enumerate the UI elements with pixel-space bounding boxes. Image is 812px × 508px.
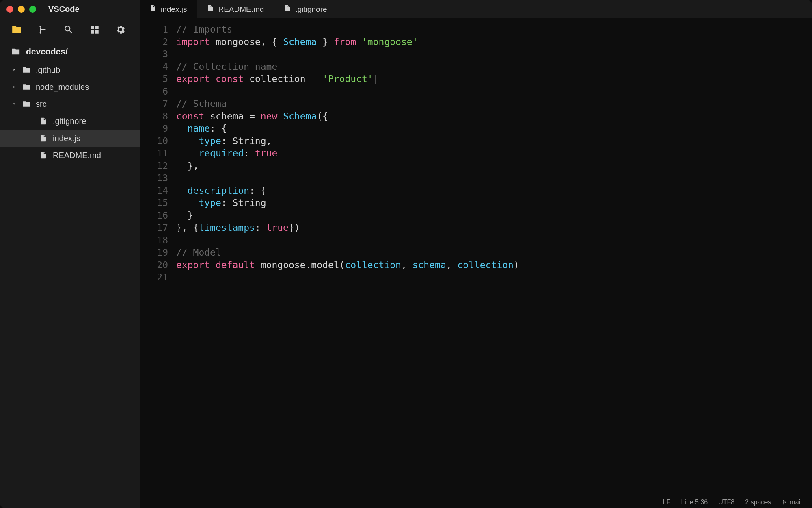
code-line[interactable]: const schema = new Schema({ [176, 110, 812, 123]
chevron-right-icon [11, 85, 17, 89]
line-number: 17 [140, 221, 168, 234]
status-encoding[interactable]: UTF8 [718, 499, 734, 506]
tree-file-README.md[interactable]: README.md [0, 147, 140, 164]
line-number: 10 [140, 135, 168, 148]
code-line[interactable] [176, 85, 812, 98]
code-line[interactable]: description: { [176, 185, 812, 197]
tab-README.md[interactable]: README.md [197, 0, 274, 18]
line-number: 2 [140, 36, 168, 48]
tree-folder-node_modules[interactable]: node_modules [0, 78, 140, 96]
status-cursor-position[interactable]: Line 5:36 [681, 499, 708, 506]
chevron-right-icon [11, 67, 17, 72]
code-line[interactable] [176, 172, 812, 185]
folder-icon [22, 100, 31, 108]
status-indent[interactable]: 2 spaces [745, 499, 771, 506]
sidebar: VSCode d [0, 0, 140, 508]
source-control-icon[interactable] [37, 24, 48, 37]
code-line[interactable]: import mongoose, { Schema } from 'mongoo… [176, 36, 812, 48]
code-line[interactable]: }, [176, 160, 812, 172]
line-number: 5 [140, 73, 168, 85]
code-line[interactable]: type: String, [176, 135, 812, 148]
file-icon [39, 134, 48, 142]
line-number: 8 [140, 110, 168, 123]
folder-icon [11, 47, 20, 56]
code-line[interactable]: name: { [176, 122, 812, 135]
window-controls [6, 6, 36, 13]
tree-item-label: .gitignore [53, 117, 86, 126]
tree-item-label: README.md [53, 151, 101, 160]
tree-item-label: node_modules [36, 82, 89, 92]
status-eol[interactable]: LF [663, 499, 671, 506]
line-number: 16 [140, 209, 168, 222]
line-number: 9 [140, 122, 168, 135]
file-icon [149, 4, 157, 14]
tree-folder-.github[interactable]: .github [0, 61, 140, 78]
settings-icon[interactable] [115, 24, 126, 37]
status-git-branch[interactable]: main [782, 499, 804, 506]
close-window-button[interactable] [6, 6, 13, 13]
tab-label: README.md [218, 5, 264, 14]
tree-file-index.js[interactable]: index.js [0, 130, 140, 147]
code-line[interactable]: type: String [176, 197, 812, 209]
code-content[interactable]: // Importsimport mongoose, { Schema } fr… [176, 23, 812, 497]
tree-item-label: src [36, 100, 47, 109]
line-number: 13 [140, 172, 168, 185]
folder-icon [22, 83, 31, 91]
code-line[interactable]: // Schema [176, 98, 812, 110]
line-number: 4 [140, 61, 168, 73]
project-name: devcodes/ [26, 47, 68, 56]
line-number: 20 [140, 259, 168, 271]
branch-name: main [790, 499, 804, 506]
code-line[interactable]: export const collection = 'Product'| [176, 73, 812, 85]
line-number: 12 [140, 160, 168, 172]
line-number: 21 [140, 271, 168, 284]
editor-window: VSCode d [0, 0, 812, 508]
line-number: 14 [140, 185, 168, 197]
code-line[interactable]: // Model [176, 246, 812, 259]
line-number: 1 [140, 23, 168, 36]
tab-bar: index.jsREADME.md.gitignore [140, 0, 812, 18]
code-editor[interactable]: 123456789101112131415161718192021 // Imp… [140, 18, 812, 497]
code-line[interactable]: } [176, 209, 812, 222]
line-number: 3 [140, 48, 168, 61]
folder-icon [22, 66, 31, 74]
tab-index.js[interactable]: index.js [140, 0, 197, 18]
body-area: VSCode d [0, 0, 812, 508]
file-tree: .githubnode_modulessrc.gitignoreindex.js… [0, 61, 140, 508]
line-number: 15 [140, 197, 168, 209]
code-line[interactable]: }, {timestamps: true}) [176, 221, 812, 234]
branch-icon [782, 499, 787, 505]
status-bar: LF Line 5:36 UTF8 2 spaces main [140, 497, 812, 508]
extensions-icon[interactable] [89, 24, 100, 37]
tab-label: .gitignore [295, 5, 327, 14]
project-root[interactable]: devcodes/ [0, 43, 140, 61]
tree-file-.gitignore[interactable]: .gitignore [0, 113, 140, 130]
file-icon [284, 4, 291, 14]
line-number: 11 [140, 147, 168, 160]
tab-.gitignore[interactable]: .gitignore [274, 0, 337, 18]
file-icon [39, 151, 48, 159]
code-line[interactable]: // Collection name [176, 61, 812, 73]
titlebar: VSCode [0, 0, 140, 18]
line-number: 6 [140, 85, 168, 98]
tab-label: index.js [161, 5, 187, 14]
file-icon [207, 4, 214, 14]
search-icon[interactable] [63, 24, 74, 37]
tree-item-label: .github [36, 65, 60, 75]
line-number-gutter: 123456789101112131415161718192021 [140, 23, 176, 497]
maximize-window-button[interactable] [29, 6, 36, 13]
code-line[interactable] [176, 234, 812, 247]
tree-folder-src[interactable]: src [0, 96, 140, 113]
explorer-icon[interactable] [11, 24, 22, 37]
code-line[interactable]: required: true [176, 147, 812, 160]
minimize-window-button[interactable] [18, 6, 25, 13]
editor-area: index.jsREADME.md.gitignore 123456789101… [140, 0, 812, 508]
code-line[interactable] [176, 271, 812, 284]
code-line[interactable] [176, 48, 812, 61]
line-number: 7 [140, 98, 168, 110]
activity-bar [0, 18, 140, 43]
line-number: 19 [140, 246, 168, 259]
code-line[interactable]: export default mongoose.model(collection… [176, 259, 812, 271]
file-icon [39, 117, 48, 125]
code-line[interactable]: // Imports [176, 23, 812, 36]
